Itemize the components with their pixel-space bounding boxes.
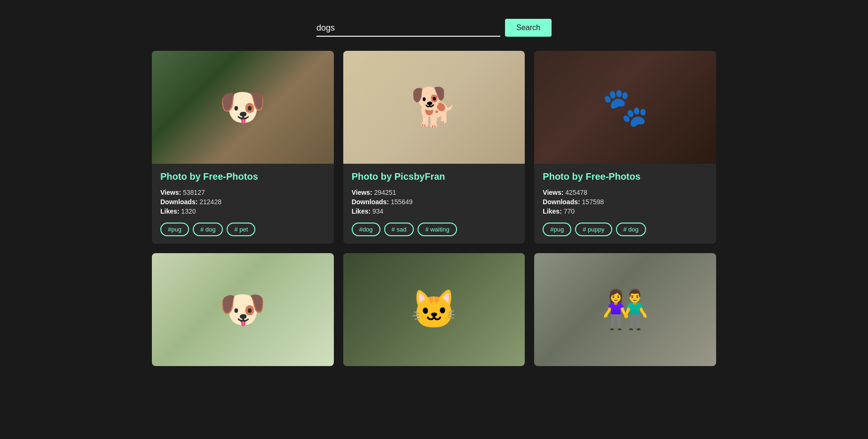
- cards-grid: Photo by Free-PhotosViews: 538127Downloa…: [105, 51, 763, 380]
- tags-2: #dog# sad# waiting: [352, 223, 517, 236]
- views-stat-3: Views: 425478: [543, 189, 708, 196]
- likes-stat-2: Likes: 934: [352, 208, 517, 215]
- tag-1-0[interactable]: #pug: [160, 223, 189, 236]
- likes-stat-1: Likes: 1320: [160, 208, 325, 215]
- card-image-3: [534, 51, 716, 164]
- card-image-2: [343, 51, 525, 164]
- tag-1-2[interactable]: # pet: [227, 223, 255, 236]
- card-stats-1: Views: 538127Downloads: 212428Likes: 132…: [160, 189, 325, 215]
- card-3: Photo by Free-PhotosViews: 425478Downloa…: [534, 51, 716, 244]
- likes-stat-3: Likes: 770: [543, 208, 708, 215]
- tag-2-1[interactable]: # sad: [384, 223, 414, 236]
- card-2: Photo by PicsbyFranViews: 294251Download…: [343, 51, 525, 244]
- card-image-5: [343, 253, 525, 366]
- search-section: Search: [0, 0, 868, 51]
- search-bar: Search: [316, 19, 552, 37]
- views-stat-1: Views: 538127: [160, 189, 325, 196]
- card-image-1: [152, 51, 334, 164]
- tag-2-0[interactable]: #dog: [352, 223, 380, 236]
- tags-1: #pug# dog# pet: [160, 223, 325, 236]
- card-content-3: Photo by Free-PhotosViews: 425478Downloa…: [534, 164, 716, 244]
- card-content-2: Photo by PicsbyFranViews: 294251Download…: [343, 164, 525, 244]
- downloads-label-2: Downloads:: [352, 198, 389, 206]
- search-input-wrapper: [316, 23, 500, 37]
- downloads-label-3: Downloads:: [543, 198, 580, 206]
- likes-label-3: Likes:: [543, 208, 561, 215]
- card-image-6: [534, 253, 716, 366]
- views-stat-2: Views: 294251: [352, 189, 517, 196]
- search-button[interactable]: Search: [505, 19, 552, 37]
- tags-3: #pug# puppy# dog: [543, 223, 708, 236]
- tag-3-0[interactable]: #pug: [543, 223, 571, 236]
- views-label-2: Views:: [352, 189, 372, 196]
- views-label-3: Views:: [543, 189, 563, 196]
- card-title-1[interactable]: Photo by Free-Photos: [160, 171, 325, 182]
- card-1: Photo by Free-PhotosViews: 538127Downloa…: [152, 51, 334, 244]
- tag-3-1[interactable]: # puppy: [575, 223, 612, 236]
- card-stats-2: Views: 294251Downloads: 155649Likes: 934: [352, 189, 517, 215]
- card-4: [152, 253, 334, 366]
- card-title-2[interactable]: Photo by PicsbyFran: [352, 171, 517, 182]
- card-title-3[interactable]: Photo by Free-Photos: [543, 171, 708, 182]
- tag-3-2[interactable]: # dog: [616, 223, 647, 236]
- card-image-4: [152, 253, 334, 366]
- card-5: [343, 253, 525, 366]
- card-stats-3: Views: 425478Downloads: 157598Likes: 770: [543, 189, 708, 215]
- downloads-stat-3: Downloads: 157598: [543, 198, 708, 206]
- tag-1-1[interactable]: # dog: [193, 223, 223, 236]
- views-label-1: Views:: [160, 189, 181, 196]
- downloads-stat-2: Downloads: 155649: [352, 198, 517, 206]
- app-container: Search Photo by Free-PhotosViews: 538127…: [0, 0, 868, 380]
- downloads-stat-1: Downloads: 212428: [160, 198, 325, 206]
- likes-label-2: Likes:: [352, 208, 371, 215]
- downloads-label-1: Downloads:: [160, 198, 197, 206]
- tag-2-2[interactable]: # waiting: [418, 223, 457, 236]
- card-content-1: Photo by Free-PhotosViews: 538127Downloa…: [152, 164, 334, 244]
- card-6: [534, 253, 716, 366]
- search-input[interactable]: [316, 23, 500, 33]
- likes-label-1: Likes:: [160, 208, 179, 215]
